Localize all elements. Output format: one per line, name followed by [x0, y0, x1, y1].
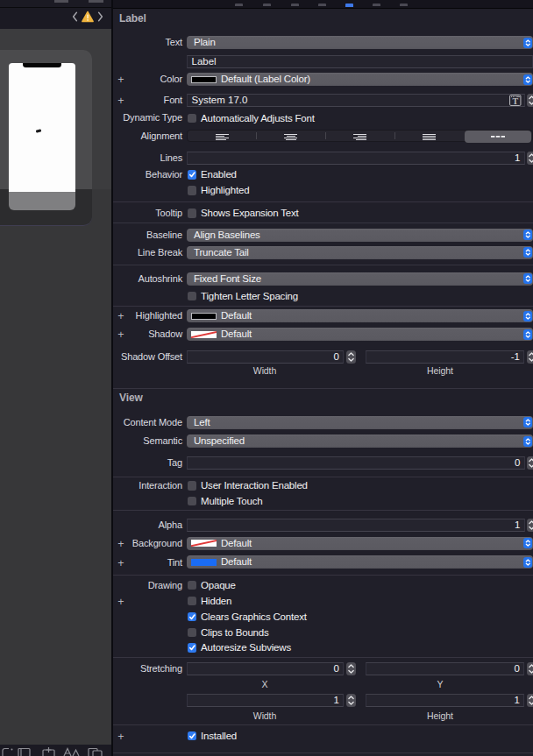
svg-text:T: T [512, 96, 518, 106]
